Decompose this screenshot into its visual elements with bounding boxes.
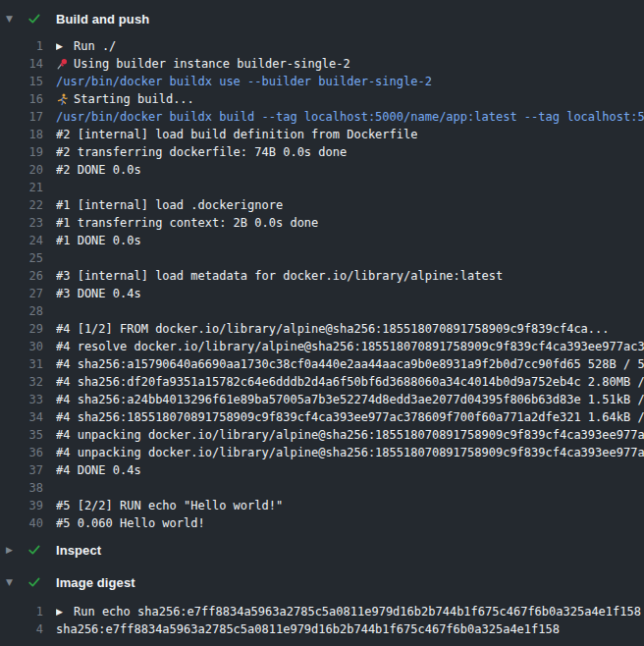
line-number[interactable]: 32 — [0, 375, 43, 389]
line-text: #3 [internal] load metadata for docker.i… — [56, 269, 503, 283]
line-number[interactable]: 15 — [0, 75, 43, 88]
line-number[interactable]: 17 — [0, 110, 43, 124]
line-number[interactable]: 33 — [0, 393, 43, 406]
log-line: 33#4 sha256:a24bb4013296f61e89ba57005a7b… — [0, 391, 644, 408]
log-line: 15/usr/bin/docker buildx use --builder b… — [0, 73, 644, 90]
log-line: 30#4 resolve docker.io/library/alpine@sh… — [0, 338, 644, 355]
line-text-content: #4 resolve docker.io/library/alpine@sha2… — [56, 340, 644, 353]
line-number[interactable]: 18 — [0, 128, 43, 141]
line-text: #2 DONE 0.0s — [56, 163, 141, 177]
line-text-content: Starting build... — [74, 92, 194, 106]
line-number[interactable]: 28 — [0, 304, 43, 318]
line-number[interactable]: 4 — [0, 622, 43, 636]
line-text-content: sha256:e7ff8834a5963a2785c5a0811e979d16b… — [56, 622, 560, 636]
log-line: 25 — [0, 249, 644, 267]
line-text-content: /usr/bin/docker buildx build --tag local… — [56, 110, 644, 124]
line-number[interactable]: 37 — [0, 463, 43, 477]
line-number[interactable]: 23 — [0, 216, 43, 230]
line-number[interactable]: 25 — [0, 251, 43, 265]
chevron-right-icon: ▶ — [6, 546, 27, 555]
log-line: 22#1 [internal] load .dockerignore — [0, 196, 644, 214]
line-text-content: #2 [internal] load build definition from… — [56, 128, 417, 141]
log-line: 16Starting build... — [0, 90, 644, 108]
log-line: 14Using builder instance builder-single-… — [0, 55, 644, 73]
line-text-content: #4 DONE 0.4s — [56, 463, 141, 477]
line-text: #4 unpacking docker.io/library/alpine@sh… — [56, 428, 644, 442]
section-build-and-push: ▼ Build and push 1▶Run ./14Using builder… — [0, 0, 644, 532]
line-text-content: #5 0.060 Hello world! — [56, 516, 205, 530]
log-lines-image-digest: 1▶Run echo sha256:e7ff8834a5963a2785c5a0… — [0, 597, 644, 638]
line-text: #4 DONE 0.4s — [56, 463, 141, 477]
line-text: /usr/bin/docker buildx use --builder bui… — [56, 75, 432, 88]
line-number[interactable]: 26 — [0, 269, 43, 283]
section-inspect: ▶ Inspect — [0, 532, 644, 567]
line-text-content: #5 [2/2] RUN echo "Hello world!" — [56, 499, 283, 512]
line-text-content: #4 sha256:a24bb4013296f61e89ba57005a7b3e… — [56, 393, 644, 406]
line-number[interactable]: 35 — [0, 428, 43, 442]
section-title: Inspect — [56, 543, 101, 558]
section-header-inspect[interactable]: ▶ Inspect — [0, 532, 644, 567]
line-number[interactable]: 19 — [0, 145, 43, 159]
line-number[interactable]: 24 — [0, 234, 43, 247]
log-line: 1▶Run ./ — [0, 37, 644, 55]
line-number[interactable]: 16 — [0, 92, 43, 106]
log-line: 34#4 sha256:185518070891758909c9f839cf4c… — [0, 408, 644, 426]
line-number[interactable]: 38 — [0, 481, 43, 495]
log-line: 40#5 0.060 Hello world! — [0, 514, 644, 532]
line-text: #4 sha256:a15790640a6690aa1730c38cf0a440… — [56, 357, 644, 371]
line-text: #1 DONE 0.0s — [56, 234, 141, 247]
log-line: 31#4 sha256:a15790640a6690aa1730c38cf0a4… — [0, 355, 644, 373]
line-text-content: Run ./ — [74, 39, 116, 53]
line-text-content: Using builder instance builder-single-2 — [74, 57, 350, 71]
line-number[interactable]: 21 — [0, 181, 43, 194]
line-text-content: #4 sha256:df20fa9351a15782c64e6dddb2d4a6… — [56, 375, 644, 389]
section-header-image-digest[interactable]: ▼ Image digest — [0, 567, 644, 597]
line-text: #2 [internal] load build definition from… — [56, 128, 417, 141]
actions-log-viewer: ▼ Build and push 1▶Run ./14Using builder… — [0, 0, 644, 646]
line-text-content: #1 DONE 0.0s — [56, 234, 141, 247]
line-text: Starting build... — [56, 92, 194, 106]
line-number[interactable]: 40 — [0, 516, 43, 530]
section-title: Image digest — [56, 575, 135, 590]
play-icon[interactable]: ▶ — [56, 608, 74, 617]
log-line: 1▶Run echo sha256:e7ff8834a5963a2785c5a0… — [0, 603, 644, 620]
log-line: 38 — [0, 479, 644, 497]
line-number[interactable]: 14 — [0, 57, 43, 71]
line-text: sha256:e7ff8834a5963a2785c5a0811e979d16b… — [56, 622, 560, 636]
line-text: #5 [2/2] RUN echo "Hello world!" — [56, 499, 283, 512]
log-line: 20#2 DONE 0.0s — [0, 161, 644, 179]
line-number[interactable]: 1 — [0, 605, 43, 619]
line-text: ▶Run echo sha256:e7ff8834a5963a2785c5a08… — [56, 605, 641, 619]
pushpin-icon — [56, 58, 74, 71]
line-text-content: #3 DONE 0.4s — [56, 287, 141, 300]
line-text-content: #1 [internal] load .dockerignore — [56, 198, 283, 212]
log-line: 37#4 DONE 0.4s — [0, 461, 644, 479]
log-line: 18#2 [internal] load build definition fr… — [0, 126, 644, 143]
line-text: #1 [internal] load .dockerignore — [56, 198, 283, 212]
line-number[interactable]: 39 — [0, 499, 43, 512]
line-number[interactable]: 34 — [0, 410, 43, 424]
line-text-content: #2 DONE 0.0s — [56, 163, 141, 177]
play-icon[interactable]: ▶ — [56, 42, 74, 51]
line-number[interactable]: 36 — [0, 446, 43, 459]
line-number[interactable]: 29 — [0, 322, 43, 336]
log-line: 32#4 sha256:df20fa9351a15782c64e6dddb2d4… — [0, 373, 644, 391]
line-number[interactable]: 27 — [0, 287, 43, 300]
line-number[interactable]: 1 — [0, 39, 43, 53]
log-line: 19#2 transferring dockerfile: 74B 0.0s d… — [0, 143, 644, 161]
line-text: #4 [1/2] FROM docker.io/library/alpine@s… — [56, 322, 610, 336]
line-number[interactable]: 31 — [0, 357, 43, 371]
line-text-content: Run echo sha256:e7ff8834a5963a2785c5a081… — [74, 605, 641, 619]
line-text-content: /usr/bin/docker buildx use --builder bui… — [56, 75, 432, 88]
chevron-down-icon: ▼ — [6, 578, 27, 587]
log-line: 29#4 [1/2] FROM docker.io/library/alpine… — [0, 320, 644, 338]
line-number[interactable]: 22 — [0, 198, 43, 212]
line-text-content: #4 unpacking docker.io/library/alpine@sh… — [56, 446, 644, 459]
line-text-content: #3 [internal] load metadata for docker.i… — [56, 269, 503, 283]
log-line: 36#4 unpacking docker.io/library/alpine@… — [0, 444, 644, 461]
log-line: 27#3 DONE 0.4s — [0, 285, 644, 302]
line-number[interactable]: 30 — [0, 340, 43, 353]
check-icon — [27, 12, 56, 26]
line-number[interactable]: 20 — [0, 163, 43, 177]
section-header-build-and-push[interactable]: ▼ Build and push — [0, 0, 644, 37]
